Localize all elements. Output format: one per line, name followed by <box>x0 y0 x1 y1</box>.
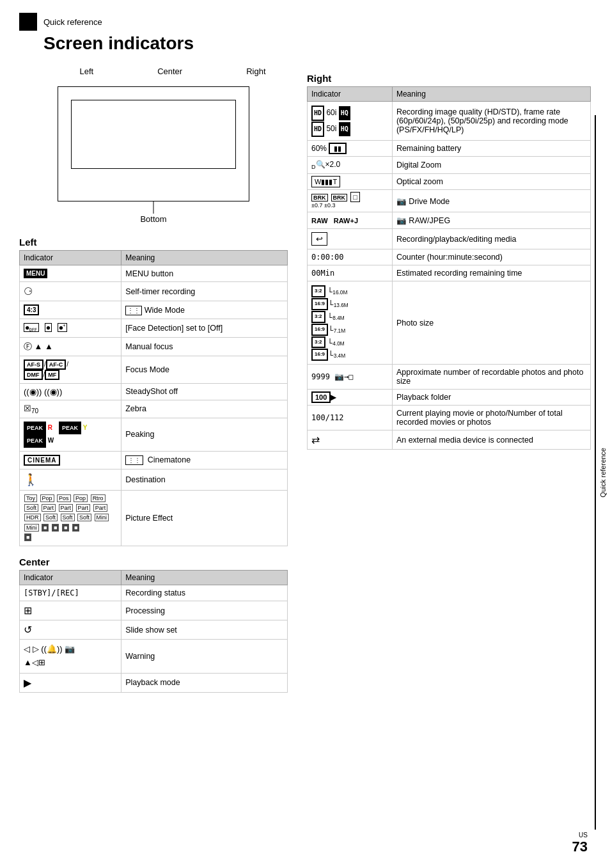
right-section-title: Right <box>307 73 591 84</box>
right-col-meaning: Meaning <box>392 87 590 102</box>
diagram-label-bottom: Bottom <box>19 214 288 224</box>
left-table: Indicator Meaning MENU MENU button ⚆ Sel… <box>19 250 288 546</box>
meaning-cell: MENU button <box>121 265 288 282</box>
page-title: Screen indicators <box>43 33 591 54</box>
meaning-cell: Photo size <box>392 281 590 365</box>
indicator-cell: 0:00:00 <box>308 249 393 265</box>
page-info: US 73 <box>572 832 588 855</box>
meaning-cell: Focus Mode <box>121 356 288 383</box>
indicator-cell: ↩ <box>308 229 393 249</box>
table-row: RAW RAW+J 📷 RAW/JPEG <box>308 212 591 229</box>
indicator-cell: [STBY]/[REC] <box>20 585 121 601</box>
meaning-cell: Playback mode <box>121 673 288 692</box>
meaning-cell: Recording image quality (HD/STD), frame … <box>392 102 590 141</box>
meaning-cell: Destination <box>121 469 288 490</box>
table-row: ☒70 Zebra <box>20 400 288 418</box>
meaning-cell: Playback folder <box>392 390 590 406</box>
table-row: D🔍×2.0 Digital Zoom <box>308 157 591 174</box>
quick-ref-label: Quick reference <box>43 17 102 27</box>
table-row: 9999 📷→□ Approximate number of recordabl… <box>308 365 591 390</box>
meaning-cell: ⋮⋮ Cinematone <box>121 451 288 469</box>
indicator-cell: 60% ▮▮ <box>308 141 393 157</box>
left-section-title: Left <box>19 237 288 248</box>
indicator-cell: 100/112 <box>308 406 393 430</box>
meaning-cell: Optical zoom <box>392 174 590 190</box>
indicator-cell: 3:2 L16.0M 16:9 L13.6M 3:2 L8.4M 16:9 L7… <box>308 281 393 365</box>
meaning-cell: Remaining battery <box>392 141 590 157</box>
indicator-cell: ↺ <box>20 620 121 640</box>
meaning-cell: SteadyShot off <box>121 383 288 400</box>
black-square-decoration <box>19 13 37 31</box>
table-row: CINEMA ⋮⋮ Cinematone <box>20 451 288 469</box>
meaning-cell: Zebra <box>121 400 288 418</box>
table-row: ◁ ▷ ((🔔)) 📷 ▲◁⊞ Warning <box>20 640 288 674</box>
indicator-cell: RAW RAW+J <box>308 212 393 229</box>
left-column: Left Center Right Bottom <box>19 67 288 703</box>
meaning-cell: 📷 Drive Mode <box>392 190 590 212</box>
center-col-meaning: Meaning <box>121 571 288 585</box>
table-row: W▮▮▮T Optical zoom <box>308 174 591 190</box>
indicator-cell: ⊞ <box>20 601 121 620</box>
indicator-cell: 100▶ <box>308 390 393 406</box>
center-section-title: Center <box>19 556 288 567</box>
left-col-meaning: Meaning <box>121 251 288 265</box>
table-row: PEAK R PEAK Y PEAK W Peaking <box>20 418 288 451</box>
table-row: ●OFF ● ●+ [Face Detection] set to [Off] <box>20 319 288 338</box>
indicator-cell: BRK BRK □ ±0.7 ±0.3 <box>308 190 393 212</box>
indicator-cell: ((◉)) ((◉)) <box>20 383 121 400</box>
table-row: ⇄ An external media device is connected <box>308 430 591 450</box>
table-row: ((◉)) ((◉)) SteadyShot off <box>20 383 288 400</box>
meaning-cell: Approximate number of recordable photos … <box>392 365 590 390</box>
right-col-indicator: Indicator <box>308 87 393 102</box>
table-row: ↩ Recording/playback/editing media <box>308 229 591 249</box>
meaning-cell: Counter (hour:minute:second) <box>392 249 590 265</box>
indicator-cell: ⇄ <box>308 430 393 450</box>
right-column: Right Indicator Meaning HD 60i HQ HD 50i… <box>307 67 591 703</box>
table-row: AF-S/AF-C/ DMF/MF Focus Mode <box>20 356 288 383</box>
indicator-cell: Ⓕ ▲ ▲ <box>20 337 121 356</box>
diagram-label-left: Left <box>79 67 93 76</box>
screen-diagram: Left Center Right Bottom <box>19 67 288 224</box>
meaning-cell: Picture Effect <box>121 490 288 546</box>
table-row: Toy Pop Pos Pop Rtro Soft Part Part Part… <box>20 490 288 546</box>
meaning-cell: Estimated recording remaining time <box>392 265 590 281</box>
table-row: MENU MENU button <box>20 265 288 282</box>
page-number: 73 <box>572 839 588 855</box>
table-row: 0:00:00 Counter (hour:minute:second) <box>308 249 591 265</box>
center-col-indicator: Indicator <box>20 571 121 585</box>
meaning-cell: Current playing movie or photo/Number of… <box>392 406 590 430</box>
meaning-cell: Processing <box>121 601 288 620</box>
table-row: 100▶ Playback folder <box>308 390 591 406</box>
table-row: 00Min Estimated recording remaining time <box>308 265 591 281</box>
right-table: Indicator Meaning HD 60i HQ HD 50i HQ Re… <box>307 86 591 450</box>
meaning-cell: Recording status <box>121 585 288 601</box>
indicator-cell: Toy Pop Pos Pop Rtro Soft Part Part Part… <box>20 490 121 546</box>
indicator-cell: MENU <box>20 265 121 282</box>
indicator-cell: 🚶 <box>20 469 121 490</box>
table-row: BRK BRK □ ±0.7 ±0.3 📷 Drive Mode <box>308 190 591 212</box>
meaning-cell: 📷 RAW/JPEG <box>392 212 590 229</box>
indicator-cell: ●OFF ● ●+ <box>20 319 121 338</box>
table-row: Ⓕ ▲ ▲ Manual focus <box>20 337 288 356</box>
meaning-cell: ⋮⋮ Wide Mode <box>121 301 288 319</box>
indicator-cell: 9999 📷→□ <box>308 365 393 390</box>
table-row: 100/112 Current playing movie or photo/N… <box>308 406 591 430</box>
center-table: Indicator Meaning [STBY]/[REC] Recording… <box>19 570 288 693</box>
meaning-cell: [Face Detection] set to [Off] <box>121 319 288 338</box>
meaning-cell: Slide show set <box>121 620 288 640</box>
meaning-cell: Digital Zoom <box>392 157 590 174</box>
meaning-cell: Manual focus <box>121 337 288 356</box>
diagram-label-center: Center <box>157 67 182 76</box>
indicator-cell: ⚆ <box>20 282 121 301</box>
indicator-cell: D🔍×2.0 <box>308 157 393 174</box>
indicator-cell: 4:3 <box>20 301 121 319</box>
table-row: 60% ▮▮ Remaining battery <box>308 141 591 157</box>
meaning-cell: Peaking <box>121 418 288 451</box>
table-row: HD 60i HQ HD 50i HQ Recording image qual… <box>308 102 591 141</box>
table-row: ⊞ Processing <box>20 601 288 620</box>
table-row: 4:3 ⋮⋮ Wide Mode <box>20 301 288 319</box>
table-row: [STBY]/[REC] Recording status <box>20 585 288 601</box>
indicator-cell: ◁ ▷ ((🔔)) 📷 ▲◁⊞ <box>20 640 121 674</box>
table-row: ⚆ Self-timer recording <box>20 282 288 301</box>
diagram-label-right: Right <box>246 67 265 76</box>
